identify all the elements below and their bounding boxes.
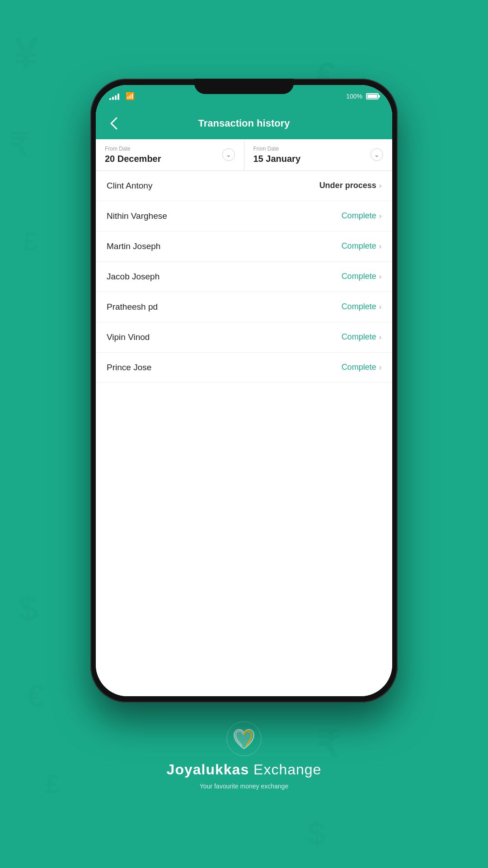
- transaction-item[interactable]: Jacob JosephComplete›: [96, 262, 392, 292]
- transaction-name: Vipin Vinod: [107, 332, 150, 342]
- chevron-right-icon: ›: [379, 303, 381, 311]
- signal-icon: [109, 93, 119, 100]
- header: Transaction history: [96, 108, 392, 139]
- transaction-name: Clint Antony: [107, 181, 152, 191]
- status-right: 100%: [346, 93, 379, 100]
- transaction-item[interactable]: Nithin VargheseComplete›: [96, 201, 392, 231]
- transaction-name: Jacob Joseph: [107, 272, 160, 282]
- transaction-status: Complete›: [342, 272, 381, 281]
- from-date-content-1: From Date 20 December: [105, 146, 161, 164]
- transaction-status: Complete›: [342, 332, 381, 342]
- status-text: Complete: [342, 272, 376, 281]
- transaction-status: Complete›: [342, 211, 381, 221]
- wifi-icon: 📶: [126, 92, 135, 100]
- transaction-status: Complete›: [342, 302, 381, 311]
- bottom-logo: Joyalukkas Exchange Your favourite money…: [167, 721, 322, 790]
- transaction-status: Under process›: [319, 181, 381, 190]
- status-text: Complete: [342, 332, 376, 342]
- transaction-item[interactable]: Clint AntonyUnder process›: [96, 171, 392, 201]
- status-text: Complete: [342, 211, 376, 221]
- from-date-picker-1[interactable]: From Date 20 December ⌄: [96, 139, 244, 170]
- transaction-name: Nithin Varghese: [107, 211, 167, 221]
- transaction-name: Pratheesh pd: [107, 302, 158, 312]
- transaction-name: Prince Jose: [107, 363, 151, 373]
- from-date-picker-2[interactable]: From Date 15 January ⌄: [244, 139, 393, 170]
- transaction-item[interactable]: Prince JoseComplete›: [96, 353, 392, 383]
- from-date-value-1: 20 December: [105, 154, 161, 164]
- notch: [194, 79, 294, 94]
- page-title: Transaction history: [198, 118, 290, 129]
- brand-tagline: Your favourite money exchange: [200, 783, 288, 790]
- chevron-down-icon-2[interactable]: ⌄: [371, 148, 383, 161]
- date-filter-row: From Date 20 December ⌄ From Date 15 Jan…: [96, 139, 392, 171]
- chevron-right-icon: ›: [379, 273, 381, 281]
- battery-percentage: 100%: [346, 93, 362, 100]
- status-text: Complete: [342, 363, 376, 372]
- joyalukkas-logo-icon: [226, 721, 262, 757]
- transaction-item[interactable]: Pratheesh pdComplete›: [96, 292, 392, 322]
- from-date-label-2: From Date: [253, 146, 301, 152]
- chevron-right-icon: ›: [379, 182, 381, 190]
- battery-icon: [366, 93, 379, 99]
- chevron-down-icon-1[interactable]: ⌄: [222, 148, 235, 161]
- transaction-item[interactable]: Martin JosephComplete›: [96, 231, 392, 262]
- screen: 📶 100% Transaction history From Da: [96, 85, 392, 696]
- back-button[interactable]: [105, 114, 123, 132]
- status-text: Under process: [319, 181, 376, 190]
- status-text: Complete: [342, 302, 376, 311]
- brand-name: Joyalukkas Exchange: [167, 761, 322, 778]
- transaction-status: Complete›: [342, 363, 381, 372]
- phone-frame: 📶 100% Transaction history From Da: [90, 79, 398, 703]
- from-date-label-1: From Date: [105, 146, 161, 152]
- chevron-right-icon: ›: [379, 212, 381, 220]
- transaction-item[interactable]: Vipin VinodComplete›: [96, 322, 392, 353]
- transaction-list: Clint AntonyUnder process›Nithin Varghes…: [96, 171, 392, 696]
- from-date-value-2: 15 January: [253, 154, 301, 164]
- transaction-status: Complete›: [342, 241, 381, 251]
- from-date-content-2: From Date 15 January: [253, 146, 301, 164]
- transaction-name: Martin Joseph: [107, 241, 160, 251]
- chevron-right-icon: ›: [379, 242, 381, 250]
- chevron-right-icon: ›: [379, 333, 381, 341]
- chevron-right-icon: ›: [379, 363, 381, 372]
- status-left: 📶: [109, 92, 135, 100]
- status-text: Complete: [342, 241, 376, 251]
